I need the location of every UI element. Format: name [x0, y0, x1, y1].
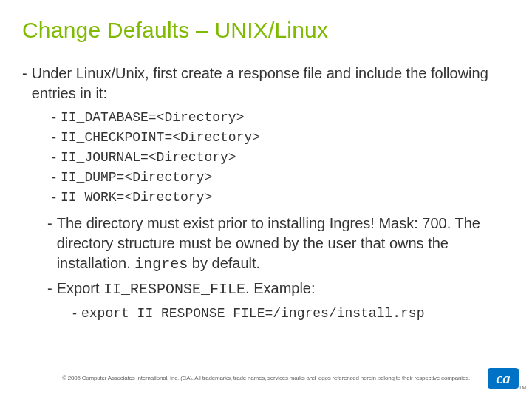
- code-text: II_WORK=<Directory>: [61, 188, 212, 208]
- list-item: - export II_RESPONSE_FILE=/ingres/instal…: [72, 304, 510, 324]
- list-item: - II_JOURNAL=<Directory>: [52, 148, 510, 168]
- copyright-text: © 2005 Computer Associates International…: [0, 375, 532, 381]
- ca-logo: ca TM: [488, 368, 519, 389]
- logo-box: ca: [488, 368, 519, 389]
- list-item: - II_DUMP=<Directory>: [52, 168, 510, 188]
- intro-text: Under Linux/Unix, first create a respons…: [32, 64, 510, 103]
- dash-icon: -: [72, 304, 81, 324]
- dash-icon: -: [47, 214, 57, 233]
- dash-icon: -: [52, 188, 61, 208]
- slide-title: Change Defaults – UNIX/Linux: [22, 18, 510, 43]
- code-text: II_JOURNAL=<Directory>: [61, 148, 236, 168]
- dash-icon: -: [52, 168, 61, 188]
- note-bullet: - The directory must exist prior to inst…: [47, 214, 510, 274]
- note-text: The directory must exist prior to instal…: [57, 214, 510, 274]
- note-text: Export II_RESPONSE_FILE. Example:: [57, 279, 316, 299]
- trademark-icon: TM: [519, 385, 526, 390]
- text-part: by default.: [188, 255, 260, 271]
- text-part: Export: [57, 280, 103, 296]
- text-part: The directory must exist prior to instal…: [57, 215, 480, 271]
- dash-icon: -: [22, 64, 32, 83]
- note-bullet: - Export II_RESPONSE_FILE. Example:: [47, 279, 510, 299]
- dash-icon: -: [47, 279, 57, 299]
- code-text: II_CHECKPOINT=<Directory>: [61, 128, 260, 148]
- dash-icon: -: [52, 108, 61, 128]
- code-text: export II_RESPONSE_FILE=/ingres/install.…: [81, 304, 424, 324]
- list-item: - II_CHECKPOINT=<Directory>: [52, 128, 510, 148]
- code-inline: ingres: [134, 256, 188, 273]
- dash-icon: -: [52, 148, 61, 168]
- code-inline: II_RESPONSE_FILE: [103, 281, 245, 298]
- code-entries: - II_DATABASE=<Directory> - II_CHECKPOIN…: [52, 108, 510, 208]
- list-item: - II_WORK=<Directory>: [52, 188, 510, 208]
- list-item: - II_DATABASE=<Directory>: [52, 108, 510, 128]
- code-text: II_DATABASE=<Directory>: [61, 108, 244, 128]
- dash-icon: -: [52, 128, 61, 148]
- logo-text: ca: [497, 371, 511, 386]
- text-part: . Example:: [245, 280, 315, 296]
- code-text: II_DUMP=<Directory>: [61, 168, 212, 188]
- intro-bullet: - Under Linux/Unix, first create a respo…: [22, 64, 510, 103]
- example-block: - export II_RESPONSE_FILE=/ingres/instal…: [72, 304, 510, 324]
